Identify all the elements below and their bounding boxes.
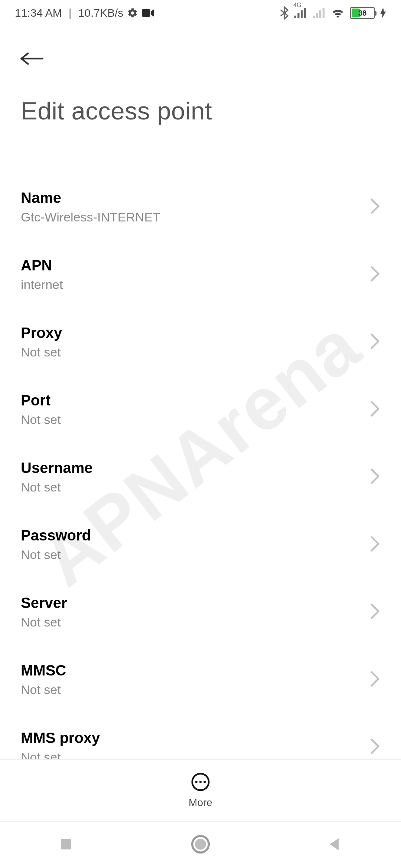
row-labels: PortNot set	[21, 392, 61, 427]
status-speed: 10.7KB/s	[78, 7, 124, 19]
chevron-right-icon	[370, 603, 380, 621]
svg-rect-15	[61, 839, 71, 849]
svg-point-13	[199, 781, 202, 783]
battery-icon: 38	[350, 7, 375, 19]
chevron-right-icon	[370, 266, 380, 283]
svg-point-12	[195, 781, 198, 783]
row-labels: NameGtc-Wireless-INTERNET	[21, 190, 160, 224]
signal-none-icon: x	[313, 8, 326, 18]
svg-rect-2	[297, 13, 299, 18]
row-labels: ProxyNot set	[21, 325, 62, 359]
chevron-right-icon	[370, 333, 380, 351]
setting-row-name[interactable]: NameGtc-Wireless-INTERNET	[21, 173, 380, 241]
svg-text:x: x	[323, 17, 326, 19]
row-value: Not set	[21, 412, 61, 427]
battery-text: 38	[351, 8, 374, 18]
setting-row-port[interactable]: PortNot set	[21, 376, 380, 443]
signal-4g-icon: 4G	[294, 8, 307, 18]
page-title: Edit access point	[21, 96, 380, 125]
chevron-right-icon	[370, 198, 380, 216]
bluetooth-icon	[280, 6, 289, 20]
setting-row-apn[interactable]: APNinternet	[21, 241, 380, 308]
svg-rect-3	[301, 10, 303, 18]
row-title: APN	[21, 257, 63, 274]
system-nav-bar	[0, 822, 401, 868]
setting-row-username[interactable]: UsernameNot set	[21, 443, 380, 511]
row-title: Username	[21, 460, 92, 476]
setting-row-server[interactable]: ServerNot set	[21, 578, 380, 646]
svg-rect-1	[294, 16, 296, 18]
setting-row-proxy[interactable]: ProxyNot set	[21, 308, 380, 376]
charging-icon	[380, 7, 386, 19]
chevron-right-icon	[370, 671, 380, 688]
chevron-right-icon	[370, 536, 380, 553]
more-label: More	[189, 797, 212, 809]
row-labels: ServerNot set	[21, 595, 67, 629]
arrow-left-icon	[20, 51, 44, 68]
row-labels: UsernameNot set	[21, 460, 92, 494]
row-title: Name	[21, 190, 160, 206]
row-value: Not set	[21, 345, 62, 359]
row-title: Port	[21, 392, 61, 409]
bottom-action-bar: More	[0, 759, 401, 822]
row-title: Proxy	[21, 325, 62, 341]
status-left: 11:34 AM | 10.7KB/s	[15, 7, 154, 19]
row-title: Server	[21, 595, 67, 611]
svg-point-14	[203, 781, 206, 783]
row-title: MMSC	[21, 662, 66, 679]
status-bar: 11:34 AM | 10.7KB/s 4G x 38	[0, 0, 401, 26]
chevron-right-icon	[370, 401, 380, 418]
row-value: Not set	[21, 480, 92, 494]
network-tag: 4G	[293, 2, 301, 9]
status-time: 11:34 AM	[15, 7, 62, 19]
settings-list[interactable]: NameGtc-Wireless-INTERNETAPNinternetProx…	[0, 173, 401, 811]
status-separator: |	[69, 7, 72, 19]
row-value: Not set	[21, 548, 91, 562]
status-right: 4G x 38	[280, 6, 386, 20]
home-button[interactable]	[191, 835, 210, 855]
chevron-right-icon	[370, 738, 380, 756]
svg-point-17	[195, 839, 206, 850]
row-value: Not set	[21, 615, 67, 629]
row-value: Not set	[21, 683, 66, 697]
setting-row-password[interactable]: PasswordNot set	[21, 511, 380, 578]
chevron-right-icon	[370, 468, 380, 486]
back-nav-button[interactable]	[327, 837, 342, 853]
row-labels: PasswordNot set	[21, 527, 91, 562]
back-button[interactable]	[21, 48, 43, 70]
row-value: Gtc-Wireless-INTERNET	[21, 210, 160, 224]
svg-rect-7	[319, 10, 321, 18]
recents-button[interactable]	[59, 837, 74, 853]
svg-rect-0	[142, 9, 150, 17]
row-title: Password	[21, 527, 91, 544]
more-icon	[191, 772, 210, 793]
wifi-icon	[331, 8, 345, 18]
gear-icon	[127, 7, 138, 19]
camera-icon	[142, 9, 154, 17]
row-title: MMS proxy	[21, 730, 100, 746]
setting-row-mmsc[interactable]: MMSCNot set	[21, 646, 380, 713]
svg-rect-4	[304, 8, 306, 18]
row-labels: MMSCNot set	[21, 662, 66, 697]
more-button[interactable]: More	[189, 772, 212, 809]
app-bar: Edit access point	[0, 26, 401, 125]
svg-rect-5	[313, 16, 315, 18]
row-labels: APNinternet	[21, 257, 63, 292]
svg-rect-6	[316, 13, 318, 18]
row-value: internet	[21, 277, 63, 292]
